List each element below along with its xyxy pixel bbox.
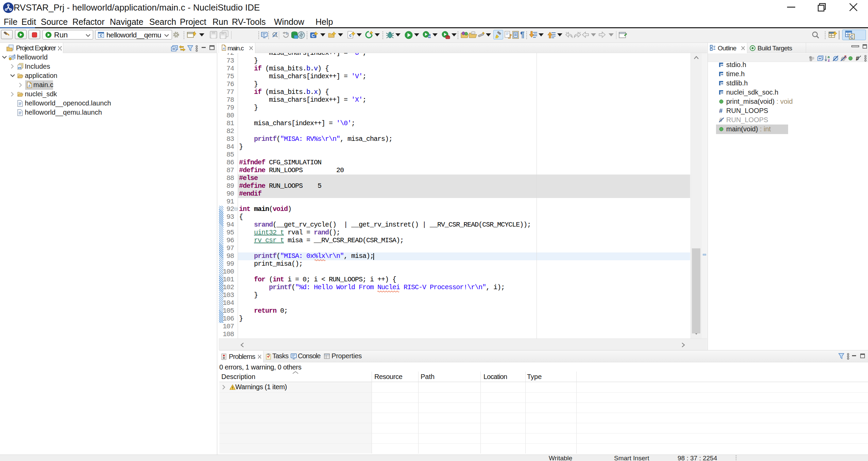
svg-text:c: c [100, 33, 102, 38]
svg-text:.c: .c [28, 84, 31, 87]
svg-text:c: c [349, 33, 352, 38]
svg-text:.c: .c [222, 47, 225, 50]
svg-text:#: # [719, 108, 722, 114]
svg-text:c: c [14, 53, 15, 57]
svg-text:h: h [19, 67, 20, 70]
svg-text:C: C [850, 34, 854, 39]
